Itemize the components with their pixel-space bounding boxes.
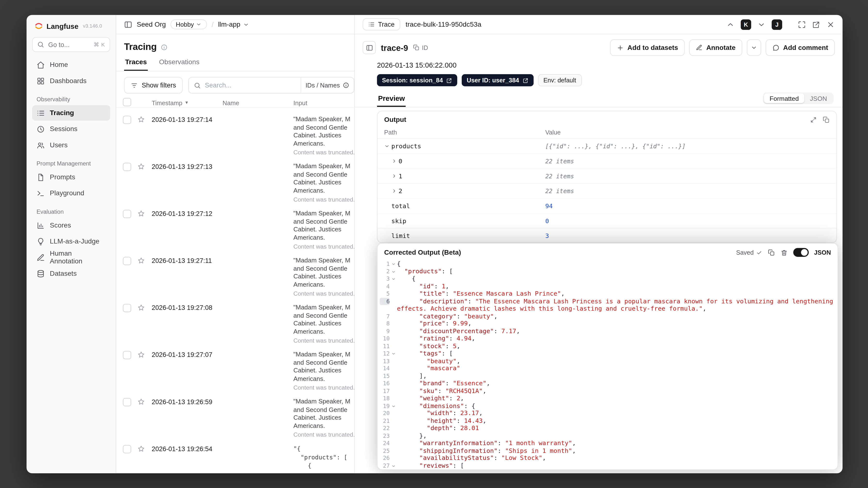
sidebar-item-llm-as-a-judge[interactable]: LLM-as-a-Judge xyxy=(32,234,110,249)
code-line[interactable]: 21 "height": 14.43, xyxy=(380,417,834,425)
row-checkbox[interactable] xyxy=(123,163,131,171)
fold-icon[interactable] xyxy=(390,402,397,408)
code-line[interactable]: 3 { xyxy=(380,275,834,282)
expand-icon[interactable] xyxy=(810,116,817,123)
code-line[interactable]: 7 "category": "beauty", xyxy=(380,312,834,320)
fold-icon[interactable] xyxy=(390,260,397,266)
favorite-star[interactable] xyxy=(137,115,152,123)
chevron-down-icon[interactable] xyxy=(384,144,391,149)
close-icon[interactable] xyxy=(827,20,835,28)
sidebar-item-scores[interactable]: Scores xyxy=(32,218,110,233)
output-row[interactable]: 022 items xyxy=(377,154,837,169)
code-line[interactable]: 10 "rating": 4.94, xyxy=(380,335,834,342)
goto-button[interactable]: Go to... ⌘ K xyxy=(32,37,110,52)
favorite-star[interactable] xyxy=(137,397,152,406)
column-timestamp[interactable]: Timestamp ▼ xyxy=(152,99,222,106)
code-line[interactable]: 13 "beauty", xyxy=(380,357,834,365)
code-line[interactable]: 11 "stock": 5, xyxy=(380,342,834,350)
trash-icon[interactable] xyxy=(780,249,787,256)
row-checkbox[interactable] xyxy=(123,257,131,265)
sidebar-item-human-annotation[interactable]: Human Annotation xyxy=(32,250,110,265)
code-line[interactable]: 22 "depth": 28.01 xyxy=(380,425,834,432)
sidebar-item-dashboards[interactable]: Dashboards xyxy=(32,73,110,89)
fold-icon[interactable] xyxy=(390,275,397,281)
sidebar-item-tracing[interactable]: Tracing xyxy=(32,105,110,121)
row-checkbox[interactable] xyxy=(123,116,131,124)
trace-row[interactable]: 2026-01-13 19:27:11"Madam Speaker, Mand … xyxy=(116,249,354,296)
trace-row[interactable]: 2026-01-13 19:27:08"Madam Speaker, Mand … xyxy=(116,296,354,343)
select-all-checkbox[interactable] xyxy=(123,98,131,106)
chevron-up-icon[interactable] xyxy=(726,20,735,28)
annotate-menu-button[interactable] xyxy=(747,39,761,56)
sidebar-item-datasets[interactable]: Datasets xyxy=(32,266,110,281)
code-line[interactable]: 24 "warrantyInformation": "1 month warra… xyxy=(380,439,834,447)
sidebar-item-prompts[interactable]: Prompts xyxy=(32,170,110,185)
code-line[interactable]: 14 "mascara" xyxy=(380,365,834,372)
tab-preview[interactable]: Preview xyxy=(377,94,406,107)
code-line[interactable]: 25 "shippingInformation": "Ships in 1 mo… xyxy=(380,447,834,455)
session-badge[interactable]: Session: session_84 xyxy=(377,74,457,86)
column-input[interactable]: Input xyxy=(293,99,354,106)
fold-icon[interactable] xyxy=(390,268,397,274)
json-editor[interactable]: 1{2 "products": [3 {4 "id": 1,5 "title":… xyxy=(377,258,837,469)
favorite-star[interactable] xyxy=(137,209,152,218)
search-mode-select[interactable]: IDs / Names xyxy=(301,78,354,93)
code-line[interactable]: 20 "width": 23.17, xyxy=(380,409,834,417)
search-input[interactable]: Search... IDs / Names xyxy=(188,77,354,94)
json-toggle[interactable] xyxy=(793,248,808,257)
code-line[interactable]: 9 "discountPercentage": 7.17, xyxy=(380,327,834,335)
output-row[interactable]: products[{"id": ...}, {"id": ...}, {"id"… xyxy=(377,139,837,154)
toggle-sidebar-icon[interactable] xyxy=(124,20,132,28)
row-checkbox[interactable] xyxy=(123,445,131,453)
info-icon[interactable] xyxy=(161,43,168,51)
code-line[interactable]: 16 "brand": "Essence", xyxy=(380,380,834,387)
code-line[interactable]: 26 "availabilityStatus": "Low Stock", xyxy=(380,454,834,462)
code-line[interactable]: 18 "weight": 2, xyxy=(380,395,834,402)
org-plan-badge[interactable]: Hobby xyxy=(170,20,207,29)
code-line[interactable]: 12 "tags": [ xyxy=(380,350,834,357)
trace-row[interactable]: 2026-01-13 19:27:13"Madam Speaker, Mand … xyxy=(116,155,354,202)
annotate-button[interactable]: Annotate xyxy=(689,39,742,56)
favorite-star[interactable] xyxy=(137,162,152,170)
tab-traces[interactable]: Traces xyxy=(124,58,148,71)
trace-row[interactable]: 2026-01-13 19:26:59"Madam Speaker, Mand … xyxy=(116,390,354,437)
code-line[interactable]: 6 "description": "The Essence Mascara La… xyxy=(380,298,834,312)
fold-icon[interactable] xyxy=(390,350,397,356)
org-name[interactable]: Seed Org xyxy=(137,21,166,28)
code-line[interactable]: 1{ xyxy=(380,260,834,268)
copy-icon[interactable] xyxy=(823,116,830,123)
output-row[interactable]: 122 items xyxy=(377,169,837,184)
code-line[interactable]: 19 "dimensions": { xyxy=(380,402,834,410)
row-checkbox[interactable] xyxy=(123,351,131,359)
trace-row[interactable]: 2026-01-13 19:27:12"Madam Speaker, Mand … xyxy=(116,202,354,249)
show-filters-button[interactable]: Show filters xyxy=(124,77,183,94)
row-checkbox[interactable] xyxy=(123,398,131,406)
open-in-new-icon[interactable] xyxy=(812,20,820,28)
fold-icon[interactable] xyxy=(390,462,397,468)
code-line[interactable]: 17 "sku": "RCH45Q1A", xyxy=(380,387,834,395)
chevron-down-icon[interactable] xyxy=(757,20,766,28)
tab-observations[interactable]: Observations xyxy=(158,58,200,71)
output-row[interactable]: 222 items xyxy=(377,184,837,199)
add-to-datasets-button[interactable]: Add to datasets xyxy=(610,39,685,56)
sidebar-item-users[interactable]: Users xyxy=(32,138,110,153)
code-line[interactable]: 4 "id": 1, xyxy=(380,282,834,290)
user-badge[interactable]: User ID: user_384 xyxy=(462,74,533,86)
code-line[interactable]: 27 "reviews": [ xyxy=(380,462,834,469)
sidebar-item-sessions[interactable]: Sessions xyxy=(32,121,110,136)
sidebar-item-home[interactable]: Home xyxy=(32,57,110,72)
row-checkbox[interactable] xyxy=(123,210,131,218)
format-tab-formatted[interactable]: Formatted xyxy=(764,94,804,103)
favorite-star[interactable] xyxy=(137,350,152,359)
column-name[interactable]: Name xyxy=(222,99,293,106)
code-line[interactable]: 15 ], xyxy=(380,372,834,380)
chevron-right-icon[interactable] xyxy=(391,158,399,164)
format-tab-json[interactable]: JSON xyxy=(804,94,832,103)
favorite-star[interactable] xyxy=(137,256,152,265)
copy-id-button[interactable]: ID xyxy=(413,44,428,51)
chevron-right-icon[interactable] xyxy=(391,188,399,194)
code-line[interactable]: 23 }, xyxy=(380,432,834,439)
add-comment-button[interactable]: Add comment xyxy=(766,39,835,56)
trace-row[interactable]: 2026-01-13 19:27:07"Madam Speaker, Mand … xyxy=(116,343,354,390)
maximize-icon[interactable] xyxy=(798,20,806,28)
